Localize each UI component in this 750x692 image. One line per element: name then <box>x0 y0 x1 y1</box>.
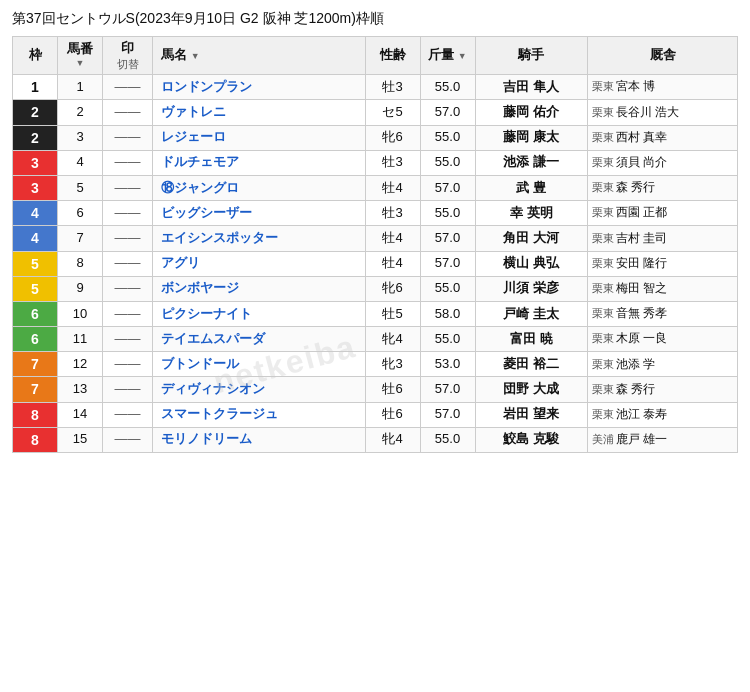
horse-name-cell[interactable]: ディヴィナシオン <box>153 377 366 402</box>
mark-cell[interactable]: ―― <box>103 427 153 452</box>
table-row: 22――ヴァトレニセ557.0藤岡 佑介栗東長谷川 浩大 <box>13 100 738 125</box>
horse-name[interactable]: アグリ <box>161 255 200 270</box>
horse-name[interactable]: ⑱ジャングロ <box>161 180 239 195</box>
horse-name[interactable]: ブトンドール <box>161 356 239 371</box>
banum-cell: 3 <box>58 125 103 150</box>
sex-cell: 牡5 <box>365 301 420 326</box>
horse-name[interactable]: ロンドンプラン <box>161 79 252 94</box>
stable-trainer: 宮本 博 <box>616 79 655 93</box>
mark-cell[interactable]: ―― <box>103 175 153 200</box>
horse-name-cell[interactable]: ヴァトレニ <box>153 100 366 125</box>
header-sex: 性齢 <box>365 37 420 75</box>
weight-cell: 55.0 <box>420 125 475 150</box>
header-weight: 斤量 <box>420 37 475 75</box>
weight-cell: 55.0 <box>420 427 475 452</box>
horse-name[interactable]: スマートクラージュ <box>161 406 278 421</box>
sex-cell: 牡3 <box>365 201 420 226</box>
horse-name-cell[interactable]: アグリ <box>153 251 366 276</box>
jockey-cell: 岩田 望来 <box>475 402 588 427</box>
horse-name-cell[interactable]: レジェーロ <box>153 125 366 150</box>
stable-cell: 栗東宮本 博 <box>588 75 738 100</box>
horse-name[interactable]: レジェーロ <box>161 129 226 144</box>
mark-cell[interactable]: ―― <box>103 251 153 276</box>
horse-name[interactable]: モリノドリーム <box>161 431 252 446</box>
header-stable: 厩舎 <box>588 37 738 75</box>
horse-name-cell[interactable]: ブトンドール <box>153 352 366 377</box>
mark-cell[interactable]: ―― <box>103 276 153 301</box>
header-jockey: 騎手 <box>475 37 588 75</box>
mark-cell[interactable]: ―― <box>103 75 153 100</box>
stable-cell: 栗東池江 泰寿 <box>588 402 738 427</box>
horse-name[interactable]: ヴァトレニ <box>161 104 226 119</box>
header-name: 馬名 <box>153 37 366 75</box>
horse-name-cell[interactable]: ピクシーナイト <box>153 301 366 326</box>
mark-cell[interactable]: ―― <box>103 327 153 352</box>
horse-name[interactable]: ビッグシーザー <box>161 205 252 220</box>
name-sort-icon[interactable] <box>191 51 200 61</box>
mark-cell[interactable]: ―― <box>103 226 153 251</box>
race-table: 枠 馬番 印 切替 馬名 性齢 <box>12 36 738 453</box>
horse-name-cell[interactable]: ドルチェモア <box>153 150 366 175</box>
table-row: 814――スマートクラージュ牡657.0岩田 望来栗東池江 泰寿 <box>13 402 738 427</box>
mark-cell[interactable]: ―― <box>103 352 153 377</box>
page-container: 第37回セントウルS(2023年9月10日 G2 阪神 芝1200m)枠順 ne… <box>0 0 750 463</box>
horse-name-cell[interactable]: ロンドンプラン <box>153 75 366 100</box>
table-row: 611――テイエムスパーダ牝455.0富田 暁栗東木原 一良 <box>13 327 738 352</box>
horse-name-cell[interactable]: ⑱ジャングロ <box>153 175 366 200</box>
table-row: 59――ボンボヤージ牝655.0川須 栄彦栗東梅田 智之 <box>13 276 738 301</box>
waku-cell: 2 <box>13 100 58 125</box>
weight-cell: 57.0 <box>420 377 475 402</box>
table-row: 35――⑱ジャングロ牡457.0武 豊栗東森 秀行 <box>13 175 738 200</box>
waku-cell: 4 <box>13 226 58 251</box>
banum-cell: 5 <box>58 175 103 200</box>
table-row: 11――ロンドンプラン牡355.0吉田 隼人栗東宮本 博 <box>13 75 738 100</box>
horse-name-cell[interactable]: ビッグシーザー <box>153 201 366 226</box>
horse-name[interactable]: テイエムスパーダ <box>161 331 265 346</box>
horse-name-cell[interactable]: スマートクラージュ <box>153 402 366 427</box>
stable-region: 美浦 <box>592 433 614 445</box>
jockey-cell: 藤岡 康太 <box>475 125 588 150</box>
stable-region: 栗東 <box>592 156 614 168</box>
stable-cell: 栗東西村 真幸 <box>588 125 738 150</box>
stable-region: 栗東 <box>592 232 614 244</box>
header-mark: 印 切替 <box>103 37 153 75</box>
horse-name[interactable]: エイシンスポッター <box>161 230 278 245</box>
mark-cell[interactable]: ―― <box>103 150 153 175</box>
horse-name[interactable]: ピクシーナイト <box>161 306 252 321</box>
waku-cell: 3 <box>13 150 58 175</box>
horse-name-cell[interactable]: エイシンスポッター <box>153 226 366 251</box>
banum-sort-icon[interactable] <box>62 58 98 70</box>
horse-name-cell[interactable]: モリノドリーム <box>153 427 366 452</box>
stable-region: 栗東 <box>592 282 614 294</box>
stable-trainer: 長谷川 浩大 <box>616 105 679 119</box>
header-banum: 馬番 <box>58 37 103 75</box>
horse-name-cell[interactable]: ボンボヤージ <box>153 276 366 301</box>
mark-cell[interactable]: ―― <box>103 301 153 326</box>
horse-name[interactable]: ドルチェモア <box>161 154 239 169</box>
stable-cell: 栗東須貝 尚介 <box>588 150 738 175</box>
mark-cell[interactable]: ―― <box>103 125 153 150</box>
horse-name[interactable]: ディヴィナシオン <box>161 381 265 396</box>
weight-cell: 55.0 <box>420 327 475 352</box>
horse-name[interactable]: ボンボヤージ <box>161 280 239 295</box>
sex-cell: 牝6 <box>365 276 420 301</box>
jockey-cell: 戸崎 圭太 <box>475 301 588 326</box>
mark-cell[interactable]: ―― <box>103 377 153 402</box>
mark-cell[interactable]: ―― <box>103 402 153 427</box>
stable-cell: 栗東池添 学 <box>588 352 738 377</box>
mark-cell[interactable]: ―― <box>103 100 153 125</box>
weight-sort-icon[interactable] <box>458 51 467 61</box>
stable-region: 栗東 <box>592 408 614 420</box>
weight-cell: 57.0 <box>420 175 475 200</box>
horse-name-cell[interactable]: テイエムスパーダ <box>153 327 366 352</box>
weight-cell: 57.0 <box>420 251 475 276</box>
waku-cell: 3 <box>13 175 58 200</box>
header-row: 枠 馬番 印 切替 馬名 性齢 <box>13 37 738 75</box>
stable-region: 栗東 <box>592 358 614 370</box>
jockey-cell: 菱田 裕二 <box>475 352 588 377</box>
mark-cell[interactable]: ―― <box>103 201 153 226</box>
stable-trainer: 木原 一良 <box>616 331 667 345</box>
stable-trainer: 森 秀行 <box>616 382 655 396</box>
sex-cell: 牝4 <box>365 327 420 352</box>
banum-cell: 1 <box>58 75 103 100</box>
